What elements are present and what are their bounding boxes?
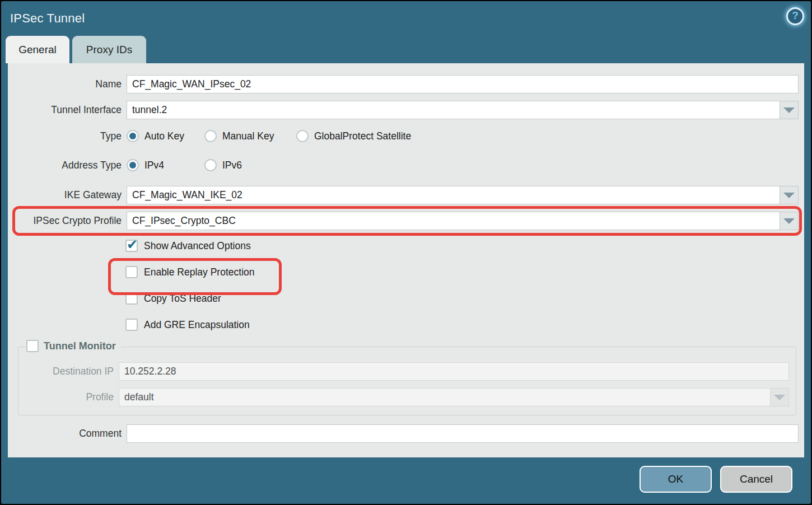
row-ipsec-crypto-profile: IPSec Crypto Profile <box>8 212 799 230</box>
radio-ipv4-control[interactable] <box>127 159 139 171</box>
dialog-titlebar: IPSec Tunnel ? <box>1 1 811 36</box>
comment-input[interactable] <box>127 424 799 443</box>
checkbox-row-enable-replay-protection: Enable Replay Protection <box>125 266 804 278</box>
tunnel-interface-dropdown-button[interactable] <box>780 101 799 119</box>
radio-globalprotect-satellite[interactable]: GlobalProtect Satellite <box>296 130 411 142</box>
type-label: Type <box>8 130 127 142</box>
row-ike-gateway: IKE Gateway <box>8 186 799 204</box>
tab-proxy-ids[interactable]: Proxy IDs <box>72 36 146 63</box>
tunnel-monitor-label: Tunnel Monitor <box>44 340 116 352</box>
chevron-down-icon <box>783 107 795 113</box>
address-type-label: Address Type <box>8 160 127 171</box>
ok-button[interactable]: OK <box>640 466 712 493</box>
radio-ipv4[interactable]: IPv4 <box>127 159 204 171</box>
show-advanced-options-checkbox[interactable] <box>125 240 138 252</box>
profile-label: Profile <box>25 391 119 403</box>
radio-auto-key-control[interactable] <box>127 130 139 142</box>
ike-gateway-input[interactable] <box>127 186 780 204</box>
enable-replay-protection-checkbox[interactable] <box>125 266 138 278</box>
name-label: Name <box>8 78 127 90</box>
tab-proxy-ids-label: Proxy IDs <box>86 44 132 56</box>
tunnel-interface-label: Tunnel Interface <box>8 104 127 116</box>
row-type: Type Auto Key Manual Key GlobalProtect S… <box>8 128 799 144</box>
checkbox-row-copy-tos-header: Copy ToS Header <box>125 292 804 305</box>
row-destination-ip: Destination IP <box>25 362 789 381</box>
dialog-title: IPSec Tunnel <box>10 11 85 26</box>
row-comment: Comment <box>8 424 799 443</box>
tab-general[interactable]: General <box>6 36 69 63</box>
general-tab-panel: Name Tunnel Interface Type Auto Key <box>8 63 804 457</box>
row-tunnel-interface: Tunnel Interface <box>8 101 799 119</box>
help-icon[interactable]: ? <box>786 7 804 25</box>
profile-dropdown-button <box>771 388 789 406</box>
ipsec-crypto-profile-dropdown-button[interactable] <box>780 212 799 230</box>
profile-input <box>119 388 771 406</box>
radio-manual-key[interactable]: Manual Key <box>204 130 296 142</box>
row-profile: Profile <box>25 388 789 406</box>
checkbox-row-add-gre-encapsulation: Add GRE Encapsulation <box>125 319 804 331</box>
destination-ip-input <box>119 362 789 381</box>
copy-tos-header-checkbox[interactable] <box>125 292 138 305</box>
radio-ipv6-control[interactable] <box>204 159 217 171</box>
checkbox-row-show-advanced-options: Show Advanced Options <box>125 240 804 252</box>
row-address-type: Address Type IPv4 IPv6 <box>8 157 799 174</box>
destination-ip-label: Destination IP <box>25 366 119 377</box>
tunnel-monitor-checkbox[interactable] <box>26 340 39 352</box>
radio-manual-key-control[interactable] <box>204 130 217 142</box>
chevron-down-icon <box>774 395 785 400</box>
ipsec-crypto-profile-input[interactable] <box>127 212 780 230</box>
radio-globalprotect-satellite-control[interactable] <box>296 130 309 142</box>
ike-gateway-dropdown-button[interactable] <box>780 186 799 204</box>
dialog-footer: OK Cancel <box>1 457 811 504</box>
tab-strip: General Proxy IDs <box>1 36 811 63</box>
ipsec-tunnel-dialog: IPSec Tunnel ? General Proxy IDs Name Tu… <box>0 0 812 505</box>
tunnel-monitor-legend: Tunnel Monitor <box>25 340 121 352</box>
chevron-down-icon <box>783 218 795 224</box>
name-input[interactable] <box>127 75 799 93</box>
row-name: Name <box>8 75 799 93</box>
radio-auto-key[interactable]: Auto Key <box>127 130 204 142</box>
tunnel-monitor-section: Tunnel Monitor Destination IP Profile <box>18 347 796 415</box>
add-gre-encapsulation-checkbox[interactable] <box>125 319 138 331</box>
cancel-button[interactable]: Cancel <box>720 466 792 493</box>
tunnel-interface-input[interactable] <box>127 101 780 119</box>
radio-ipv6[interactable]: IPv6 <box>204 159 242 171</box>
tab-general-label: General <box>18 44 57 56</box>
ipsec-crypto-profile-label: IPSec Crypto Profile <box>8 215 127 227</box>
ike-gateway-label: IKE Gateway <box>8 189 127 201</box>
comment-label: Comment <box>8 428 127 439</box>
chevron-down-icon <box>783 193 795 198</box>
